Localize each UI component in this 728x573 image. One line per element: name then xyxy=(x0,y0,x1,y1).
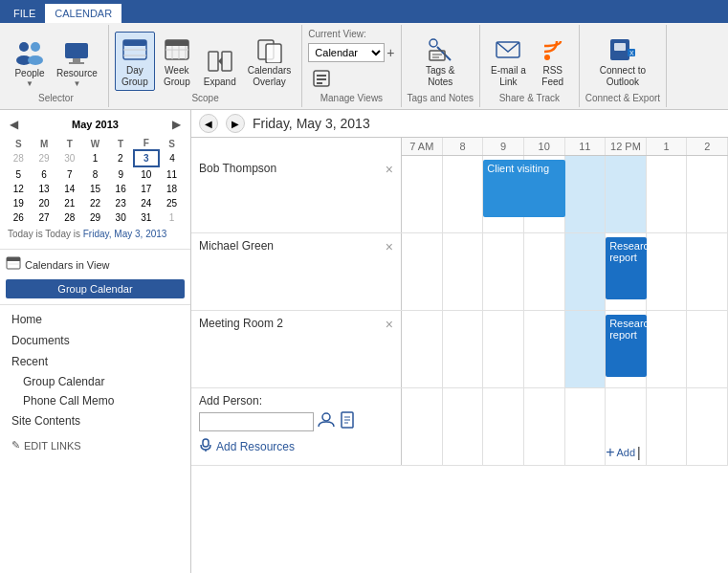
cal-day[interactable]: 31 xyxy=(134,210,160,225)
day-group-button[interactable]: DayGroup xyxy=(115,32,155,91)
cal-next-button[interactable]: ▶ xyxy=(168,116,185,133)
nav-home[interactable]: Home xyxy=(0,309,190,330)
connect-outlook-button[interactable]: X Connect toOutlook xyxy=(595,32,651,91)
remove-resource-button[interactable]: × xyxy=(386,317,393,332)
tags-notes-button[interactable]: Tags &Notes xyxy=(420,32,460,91)
cal-day[interactable]: 17 xyxy=(134,182,160,196)
time-slot[interactable] xyxy=(565,156,607,232)
cal-day[interactable]: 2 xyxy=(108,150,134,166)
cal-day[interactable]: 4 xyxy=(159,150,185,166)
cal-day[interactable]: 29 xyxy=(82,210,108,225)
cal-day[interactable]: 29 xyxy=(32,150,57,166)
time-slot[interactable] xyxy=(687,156,728,232)
calendars-overlay-button[interactable]: CalendarsOverlay xyxy=(243,32,297,91)
cal-day[interactable]: 27 xyxy=(32,210,57,225)
event-block[interactable]: Research report xyxy=(606,237,647,299)
time-slot[interactable] xyxy=(565,311,607,387)
cal-day[interactable]: 30 xyxy=(56,150,82,166)
week-group-button[interactable]: WeekGroup xyxy=(157,32,197,91)
resource-button[interactable]: Resource ▼ xyxy=(52,34,102,91)
cal-back-button[interactable]: ◀ xyxy=(199,114,218,133)
address-book-icon[interactable] xyxy=(339,411,356,432)
time-slot[interactable] xyxy=(443,156,484,232)
remove-resource-button[interactable]: × xyxy=(386,239,393,254)
remove-resource-button[interactable]: × xyxy=(386,162,393,177)
rss-feed-button[interactable]: RSSFeed xyxy=(533,32,573,91)
today-link[interactable]: Friday, May 3, 2013 xyxy=(83,229,167,239)
time-slot[interactable] xyxy=(443,388,484,465)
cal-day[interactable]: 24 xyxy=(134,196,160,210)
time-slot[interactable] xyxy=(402,156,443,232)
cal-day[interactable]: 3 xyxy=(134,150,160,166)
tab-calendar[interactable]: CALENDAR xyxy=(45,4,121,23)
add-calendar-item-button[interactable]: + xyxy=(606,444,614,461)
time-slot[interactable] xyxy=(483,388,524,465)
cal-day[interactable]: 22 xyxy=(82,196,108,210)
nav-documents[interactable]: Documents xyxy=(0,330,190,351)
nav-phone-call-memo[interactable]: Phone Call Memo xyxy=(0,391,190,410)
time-slot[interactable] xyxy=(687,388,728,465)
cal-day[interactable]: 19 xyxy=(6,196,32,210)
cal-day[interactable]: 6 xyxy=(32,166,57,182)
time-slot[interactable] xyxy=(565,233,607,310)
time-slot[interactable] xyxy=(687,311,728,387)
time-slot[interactable] xyxy=(402,233,443,310)
expand-button[interactable]: Expand xyxy=(199,43,241,91)
cal-day[interactable]: 10 xyxy=(134,166,160,182)
nav-group-calendar[interactable]: Group Calendar xyxy=(0,372,190,391)
current-view-dropdown[interactable]: Calendar xyxy=(308,43,385,62)
people-button[interactable]: People ▼ xyxy=(10,34,50,91)
time-slot[interactable] xyxy=(483,233,524,310)
time-slot[interactable] xyxy=(524,311,565,387)
cal-day[interactable]: 16 xyxy=(108,182,134,196)
cal-day[interactable]: 28 xyxy=(6,150,32,166)
add-view-button[interactable]: + xyxy=(386,45,394,60)
cal-forward-button[interactable]: ▶ xyxy=(226,114,245,133)
cal-day[interactable]: 14 xyxy=(56,182,82,196)
cal-day[interactable]: 8 xyxy=(82,166,108,182)
time-slot[interactable] xyxy=(687,233,728,310)
cal-day[interactable]: 9 xyxy=(108,166,134,182)
cal-day[interactable]: 21 xyxy=(56,196,82,210)
time-slot[interactable] xyxy=(647,311,688,387)
add-item-text[interactable]: Add xyxy=(616,447,635,458)
cal-day[interactable]: 5 xyxy=(6,166,32,182)
event-block[interactable]: Research report xyxy=(606,315,647,377)
time-slot[interactable] xyxy=(647,156,688,232)
cal-day[interactable]: 28 xyxy=(56,210,82,225)
add-person-icon[interactable] xyxy=(318,411,335,432)
change-view-button[interactable] xyxy=(308,66,335,91)
cal-day[interactable]: 18 xyxy=(159,182,185,196)
cal-day[interactable]: 26 xyxy=(6,210,32,225)
time-slot[interactable] xyxy=(606,156,647,232)
time-slot[interactable] xyxy=(402,388,443,465)
cal-day[interactable]: 15 xyxy=(82,182,108,196)
cal-prev-button[interactable]: ◀ xyxy=(6,116,22,133)
cal-day[interactable]: 30 xyxy=(108,210,134,225)
cal-day[interactable]: 20 xyxy=(32,196,57,210)
nav-site-contents[interactable]: Site Contents xyxy=(0,410,190,431)
time-slot[interactable] xyxy=(443,311,484,387)
time-slot[interactable] xyxy=(524,388,565,465)
time-slot[interactable] xyxy=(402,311,443,387)
add-resources-link[interactable]: Add Resources xyxy=(199,438,393,454)
cal-day[interactable]: 23 xyxy=(108,196,134,210)
cal-day[interactable]: 12 xyxy=(6,182,32,196)
add-person-input[interactable] xyxy=(199,412,314,431)
cal-day[interactable]: 13 xyxy=(32,182,57,196)
time-slot[interactable] xyxy=(443,233,484,310)
time-slot[interactable] xyxy=(565,388,607,465)
cal-day[interactable]: 11 xyxy=(159,166,185,182)
cal-day[interactable]: 1 xyxy=(82,150,108,166)
time-slot[interactable] xyxy=(647,388,688,465)
time-slot[interactable] xyxy=(647,233,688,310)
edit-links[interactable]: ✎ EDIT LINKS xyxy=(0,435,190,455)
event-block[interactable]: Client visiting xyxy=(483,160,564,217)
cal-day[interactable]: 25 xyxy=(159,196,185,210)
group-calendar-button[interactable]: Group Calendar xyxy=(6,279,185,298)
tab-file[interactable]: FILE xyxy=(4,4,45,23)
time-slot[interactable] xyxy=(483,311,524,387)
cal-day[interactable]: 1 xyxy=(159,210,185,225)
email-link-button[interactable]: E-mail aLink xyxy=(486,32,531,91)
nav-recent-header[interactable]: Recent xyxy=(0,351,190,372)
